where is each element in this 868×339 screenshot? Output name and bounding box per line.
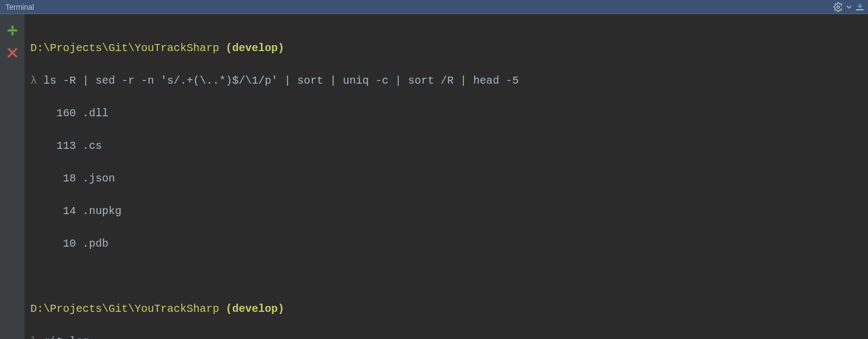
command-text: git log [43, 335, 89, 339]
panel-title: Terminal [5, 3, 34, 11]
command-line: λ git log [30, 334, 863, 339]
command-text: ls -R | sed -r -n 's/.+(\..*)$/\1/p' | s… [43, 74, 519, 87]
chevron-down-icon[interactable] [846, 4, 852, 10]
output-line: 18 .json [30, 171, 863, 187]
terminal-title-bar: Terminal [0, 0, 868, 14]
terminal-gutter [0, 14, 25, 339]
gear-icon[interactable] [833, 2, 843, 12]
output-line: 10 .pdb [30, 236, 863, 252]
command-line: λ ls -R | sed -r -n 's/.+(\..*)$/\1/p' |… [30, 73, 863, 89]
prompt-path: D:\Projects\Git\YouTrackSharp [30, 303, 219, 315]
prompt-path: D:\Projects\Git\YouTrackSharp [30, 42, 219, 54]
prompt-lambda: λ [30, 74, 43, 87]
prompt-line: D:\Projects\Git\YouTrackSharp (develop) [30, 40, 863, 56]
prompt-branch: develop [232, 42, 278, 54]
close-session-button[interactable] [7, 47, 18, 59]
prompt-line: D:\Projects\Git\YouTrackSharp (develop) [30, 301, 863, 317]
svg-point-0 [837, 5, 840, 8]
svg-rect-3 [8, 29, 17, 32]
prompt-branch-open: ( [219, 42, 232, 54]
blank-line [30, 268, 863, 285]
title-bar-actions [833, 2, 865, 12]
prompt-branch-open: ( [219, 303, 232, 315]
prompt-branch-close: ) [278, 303, 284, 315]
terminal-main: D:\Projects\Git\YouTrackSharp (develop) … [0, 14, 868, 339]
prompt-lambda: λ [30, 335, 43, 339]
output-line: 113 .cs [30, 138, 863, 154]
terminal-output[interactable]: D:\Projects\Git\YouTrackSharp (develop) … [25, 14, 868, 339]
prompt-branch-close: ) [278, 42, 284, 54]
hide-icon[interactable] [855, 2, 865, 12]
new-session-button[interactable] [6, 24, 19, 37]
output-line: 14 .nupkg [30, 203, 863, 219]
prompt-branch: develop [232, 303, 278, 315]
svg-rect-1 [856, 9, 864, 10]
output-line: 160 .dll [30, 105, 863, 122]
